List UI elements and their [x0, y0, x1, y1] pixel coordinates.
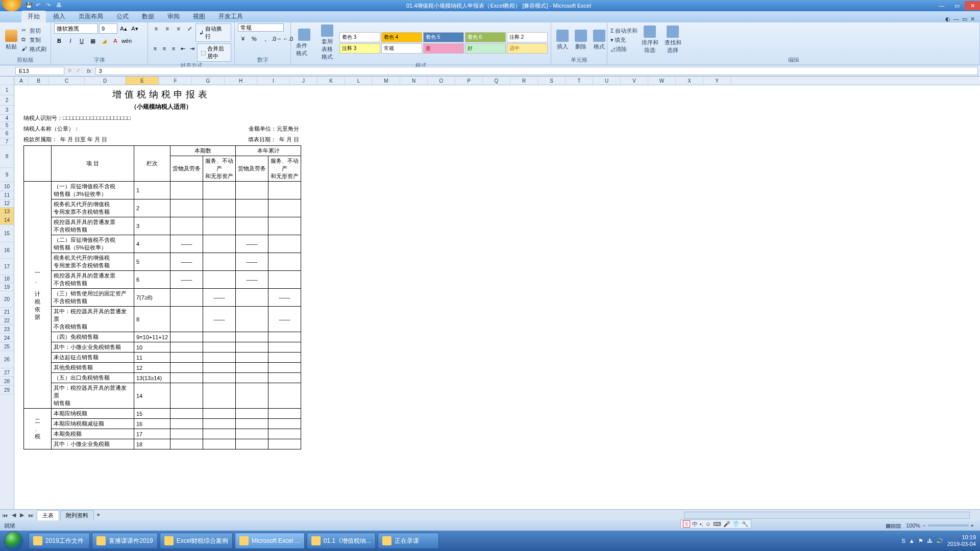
clear-button[interactable]: ◿清除 [610, 45, 638, 53]
table-cell[interactable] [268, 217, 301, 235]
table-cell[interactable] [203, 373, 236, 383]
phonetic-button[interactable]: wén [121, 36, 132, 46]
table-cell[interactable]: —— [170, 271, 203, 289]
row-header-27[interactable]: 27 [0, 368, 14, 377]
col-header-Y[interactable]: Y [703, 77, 731, 85]
table-cell[interactable] [268, 363, 301, 373]
ime-skin-icon[interactable]: 👕 [732, 521, 740, 528]
restore-doc-icon[interactable]: ▭ [962, 16, 967, 22]
row-header-14[interactable]: 14 [0, 216, 14, 225]
table-cell[interactable] [268, 199, 301, 217]
tab-data[interactable]: 数据 [136, 11, 160, 22]
row-header-10[interactable]: 10 [0, 182, 14, 191]
ime-emoji-icon[interactable]: ☺ [705, 521, 711, 527]
col-header-H[interactable]: H [225, 77, 257, 85]
style-swatch[interactable]: 着色 3 [339, 32, 380, 42]
font-name-input[interactable] [54, 23, 98, 34]
taskbar-item[interactable]: Microsoft Excel ... [235, 533, 305, 549]
table-cell[interactable] [203, 363, 236, 373]
start-button[interactable] [0, 531, 28, 551]
col-header-A[interactable]: A [14, 77, 29, 85]
sogou-icon[interactable]: S [683, 520, 690, 528]
table-cell[interactable]: —— [236, 235, 268, 253]
tab-layout[interactable]: 页面布局 [72, 11, 109, 22]
table-cell[interactable] [170, 332, 203, 342]
table-cell[interactable] [170, 289, 203, 307]
ime-toolbar[interactable]: S 中 •, ☺ ⌨ 🎤 👕 🔧 [680, 519, 751, 529]
row-header-1[interactable]: 1 [0, 85, 14, 95]
last-sheet-button[interactable]: ⏭ [26, 512, 36, 518]
align-right-button[interactable]: ≡ [169, 43, 178, 54]
cut-button[interactable]: ✂剪切 [21, 27, 46, 35]
row-header-9[interactable]: 9 [0, 168, 14, 182]
table-cell[interactable] [170, 383, 203, 409]
zoom-slider[interactable] [928, 524, 969, 527]
table-cell[interactable] [170, 363, 203, 373]
tax-table[interactable]: 项 目 栏次 本期数 本年累计 货物及劳务 服务、不动产 和无形资产 货物及劳务… [23, 145, 301, 449]
table-cell[interactable] [203, 217, 236, 235]
row-header-20[interactable]: 20 [0, 291, 14, 308]
increase-decimal-button[interactable]: .0→ [272, 34, 282, 44]
ime-keyboard-icon[interactable]: ⌨ [713, 521, 721, 528]
row-header-17[interactable]: 17 [0, 259, 14, 275]
table-cell[interactable] [203, 353, 236, 363]
table-cell[interactable] [268, 373, 301, 383]
col-header-P[interactable]: P [455, 77, 483, 85]
col-header-E[interactable]: E [126, 77, 159, 85]
style-swatch[interactable]: 着色 4 [381, 32, 422, 42]
conditional-format-button[interactable]: 条件格式 [294, 28, 315, 58]
col-header-Q[interactable]: Q [483, 77, 510, 85]
row-header-7[interactable]: 7 [0, 138, 14, 145]
row-header-29[interactable]: 29 [0, 386, 14, 394]
view-normal-button[interactable]: ▦ [886, 522, 891, 529]
col-header-V[interactable]: V [621, 77, 648, 85]
decrease-font-button[interactable]: A▾ [130, 23, 140, 34]
col-header-U[interactable]: U [593, 77, 621, 85]
border-button[interactable]: ▦ [88, 36, 98, 46]
ime-lang[interactable]: 中 [692, 520, 698, 528]
tab-view[interactable]: 视图 [187, 11, 211, 22]
horiz-scrollbar[interactable] [684, 512, 970, 519]
decrease-indent-button[interactable]: ⇤ [179, 43, 187, 54]
table-cell[interactable] [170, 439, 203, 449]
align-left-button[interactable]: ≡ [151, 43, 159, 54]
table-cell[interactable] [236, 439, 268, 449]
table-cell[interactable] [268, 429, 301, 439]
format-cells-button[interactable]: 格式 [591, 29, 607, 52]
col-header-N[interactable]: N [400, 77, 428, 85]
table-cell[interactable] [268, 182, 301, 199]
align-top-button[interactable]: ≡ [151, 23, 161, 34]
ime-punct-icon[interactable]: •, [700, 521, 703, 527]
table-cell[interactable] [203, 199, 236, 217]
table-cell[interactable] [236, 409, 268, 419]
tray-net-icon[interactable]: 🖧 [927, 538, 933, 544]
formula-input[interactable]: 3 [95, 67, 978, 75]
font-color-button[interactable]: A [110, 36, 120, 46]
row-header-8[interactable]: 8 [0, 145, 14, 168]
row-header-11[interactable]: 11 [0, 191, 14, 199]
table-cell[interactable] [203, 332, 236, 342]
col-header-X[interactable]: X [676, 77, 703, 85]
cell-styles-gallery[interactable]: 着色 3着色 4着色 5着色 6注释 2注释 3常规差好适中 [339, 32, 548, 54]
row-header-5[interactable]: 5 [0, 122, 14, 129]
prev-sheet-button[interactable]: ◀ [10, 512, 18, 518]
col-header-F[interactable]: F [159, 77, 192, 85]
col-header-I[interactable]: I [257, 77, 290, 85]
table-cell[interactable] [236, 307, 268, 332]
table-cell[interactable] [268, 235, 301, 253]
row-header-28[interactable]: 28 [0, 377, 14, 386]
zoom-level[interactable]: 100% [906, 522, 920, 529]
orientation-button[interactable]: ⤢ [185, 23, 195, 34]
table-cell[interactable]: —— [236, 253, 268, 271]
row-header-15[interactable]: 15 [0, 225, 14, 242]
minimize-button[interactable]: — [934, 1, 949, 10]
table-cell[interactable] [170, 409, 203, 419]
table-cell[interactable] [203, 409, 236, 419]
table-cell[interactable] [170, 419, 203, 429]
col-header-T[interactable]: T [566, 77, 593, 85]
style-swatch[interactable]: 好 [465, 43, 506, 54]
table-cell[interactable] [236, 373, 268, 383]
insert-cells-button[interactable]: 插入 [554, 29, 571, 52]
increase-font-button[interactable]: A▴ [118, 23, 129, 34]
redo-icon[interactable]: ↷ [46, 2, 53, 9]
